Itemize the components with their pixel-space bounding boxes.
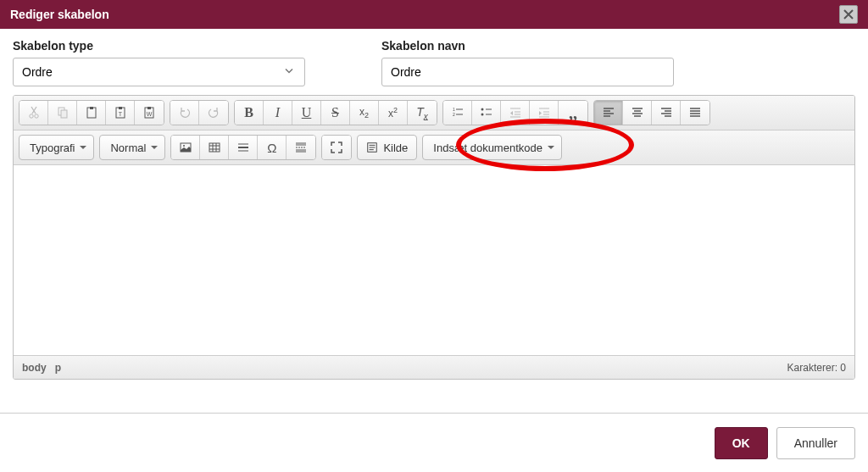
svg-point-45 [183,145,185,147]
type-label: Skabelon type [13,39,305,53]
source-button[interactable]: Kilde [357,135,417,160]
indent-button[interactable] [530,101,559,125]
cut-button[interactable] [19,101,48,125]
source-label: Kilde [383,142,408,154]
align-right-icon [659,106,673,119]
undo-group [170,100,229,125]
paste-button[interactable] [77,101,106,125]
table-icon [208,141,221,154]
svg-point-17 [481,114,483,116]
maximize-button[interactable] [322,136,351,159]
paste-word-button[interactable]: W [135,101,164,125]
superscript-button[interactable]: x2 [379,101,408,125]
close-icon [843,9,854,19]
toolbar-row-1: T W B I U S x2 x2 Tx 12 ,, [14,96,854,130]
italic-icon: I [275,105,280,120]
source-icon [366,142,378,153]
align-group [593,100,710,125]
svg-rect-46 [209,143,220,152]
omega-icon: Ω [267,141,276,155]
copy-button[interactable] [48,101,77,125]
align-center-button[interactable] [623,101,652,125]
underline-button[interactable]: U [292,101,321,125]
editor-content-area[interactable] [14,165,854,355]
svg-text:W: W [147,111,153,117]
align-justify-button[interactable] [681,101,709,125]
editor-status-bar: body p Karakterer: 0 [14,355,854,379]
numbered-list-button[interactable]: 12 [443,101,472,125]
indent-icon [537,106,551,119]
align-center-icon [631,106,644,119]
clipboard-group: T W [19,100,164,125]
svg-rect-5 [90,107,93,109]
dialog-title: Rediger skabelon [10,8,109,21]
outdent-button[interactable] [501,101,530,125]
svg-text:2: 2 [453,112,455,117]
maximize-icon [330,141,343,154]
svg-rect-10 [147,107,151,109]
bullet-list-button[interactable] [472,101,501,125]
strike-icon: S [331,105,339,120]
type-column: Skabelon type Ordre [13,39,305,86]
type-select[interactable]: Ordre [13,58,305,86]
strike-button[interactable]: S [321,101,350,125]
svg-point-16 [481,108,483,111]
redo-button[interactable] [199,101,228,125]
redo-icon [207,106,220,119]
path-p[interactable]: p [55,362,61,374]
paste-text-button[interactable]: T [106,101,135,125]
outdent-icon [509,106,522,119]
format-label: Normal [110,142,146,154]
image-button[interactable] [171,136,200,159]
table-button[interactable] [200,136,229,159]
name-column: Skabelon navn [381,39,674,86]
svg-text:T: T [118,111,122,117]
element-path: body p [22,362,61,374]
insert-document-code-label: Indsæt dokumentkode [433,142,542,154]
svg-point-0 [29,114,32,118]
caret-down-icon [548,146,554,149]
svg-point-1 [34,114,37,118]
dialog-footer: OK Annuller [0,413,868,472]
format-group: B I U S x2 x2 Tx [234,100,437,125]
pagebreak-button[interactable] [287,136,315,159]
undo-button[interactable] [170,101,199,125]
type-select-wrap: Ordre [13,58,305,86]
pagebreak-icon [294,141,308,154]
typography-label: Typografi [30,142,75,154]
path-body[interactable]: body [22,362,47,374]
subscript-icon: x2 [359,106,369,119]
remove-format-icon: Tx [416,105,428,121]
bullet-list-icon [480,106,493,119]
svg-rect-3 [61,110,67,118]
maximize-group [321,135,352,160]
align-left-button[interactable] [594,101,623,125]
cancel-button[interactable]: Annuller [776,427,855,459]
superscript-icon: x2 [388,106,398,119]
italic-button[interactable]: I [264,101,292,125]
rich-text-editor: T W B I U S x2 x2 Tx 12 ,, [13,95,855,380]
align-right-button[interactable] [652,101,681,125]
remove-format-button[interactable]: Tx [408,101,437,125]
ok-button[interactable]: OK [715,427,768,459]
name-label: Skabelon navn [381,39,674,53]
insert-document-code-dropdown[interactable]: Indsæt dokumentkode [422,135,562,160]
dialog-titlebar: Rediger skabelon [0,0,868,29]
bold-button[interactable]: B [235,101,264,125]
subscript-button[interactable]: x2 [350,101,379,125]
copy-icon [56,106,70,119]
caret-down-icon [80,146,86,149]
toolbar-row-2: Typografi Normal Ω Kilde Indsæt dokument… [14,130,854,165]
format-dropdown[interactable]: Normal [99,135,165,160]
name-input[interactable] [381,58,674,86]
insert-group: Ω [170,135,316,160]
align-justify-icon [688,106,702,119]
blockquote-button[interactable]: ,, [559,101,587,125]
special-char-button[interactable]: Ω [258,136,287,159]
blockquote-icon: ,, [569,108,577,117]
hr-button[interactable] [229,136,258,159]
paste-icon [85,106,98,119]
align-left-icon [602,106,615,119]
close-button[interactable] [839,5,858,24]
typography-dropdown[interactable]: Typografi [19,135,94,160]
